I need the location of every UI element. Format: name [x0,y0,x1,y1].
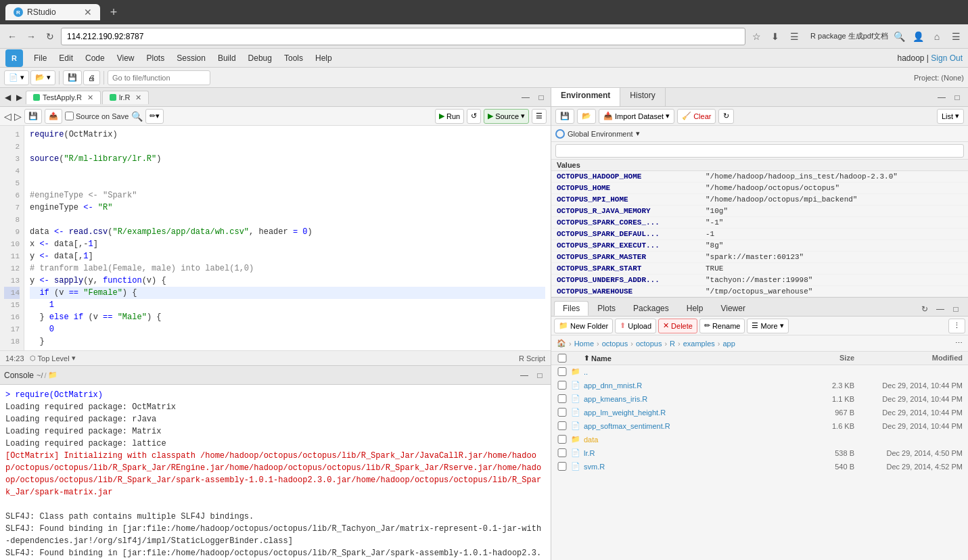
more-button[interactable]: ☰ More▾ [747,319,788,333]
refresh-files-button[interactable]: ↻ [918,302,931,316]
file-name-app-kmeans[interactable]: app_kmeans_iris.R [584,395,800,403]
tab-environment[interactable]: Environment [551,88,620,106]
open-file-button[interactable]: 📂▾ [30,70,55,85]
breadcrumb-more-icon[interactable]: ⋯ [955,339,963,348]
source-on-save-label[interactable]: Source on Save [65,112,129,120]
menu-debug[interactable]: Debug [243,51,277,65]
file-name-parent[interactable]: .. [584,368,800,376]
upload-button[interactable]: ⬆ Upload [615,319,656,333]
delete-button[interactable]: ✕ Delete [658,319,697,333]
file-name-app-lm[interactable]: app_lm_weight_height.R [584,409,800,417]
file-tab-testapply[interactable]: TestApply.R ✕ [26,91,101,104]
list-view-button[interactable]: List▾ [937,109,964,124]
tab-viewer[interactable]: Viewer [712,301,754,316]
menu-code[interactable]: Code [80,51,110,65]
address-input[interactable]: 114.212.190.92:8787 [61,28,745,45]
maximize-files-button[interactable]: □ [949,302,963,316]
global-env-selector[interactable]: Global Environment▾ [555,129,640,139]
menu-file[interactable]: File [28,51,52,65]
file-name-data[interactable]: data [584,436,800,444]
new-tab-button[interactable]: + [106,4,122,20]
maximize-console-button[interactable]: □ [533,369,547,382]
file-check-data[interactable] [557,435,568,444]
more-options-button[interactable]: ☰ [532,109,547,124]
rerun-button[interactable]: ↺ [467,109,481,124]
menu-help[interactable]: Help [310,51,338,65]
go-to-input[interactable] [108,70,210,85]
menu-edit[interactable]: Edit [53,51,78,65]
file-check-app-dnn[interactable] [557,381,568,390]
maximize-editor-button[interactable]: □ [534,91,548,104]
forward-button[interactable]: → [23,28,39,45]
file-name-app-dnn[interactable]: app_dnn_mnist.R [584,381,800,390]
source-on-save-checkbox[interactable] [65,112,74,120]
new-folder-button[interactable]: 📁 New Folder [554,319,613,333]
file-tab-close-testapply[interactable]: ✕ [87,93,93,102]
console-content[interactable]: > require(OctMatrix) Loading required pa… [0,385,551,560]
home-icon[interactable]: ⌂ [929,28,945,45]
refresh-env-button[interactable]: ↻ [718,109,734,124]
file-row-data[interactable]: 📁 data [551,433,968,446]
file-name-app-softmax[interactable]: app_softmax_sentiment.R [584,422,800,430]
search-icon-editor[interactable]: 🔍 [131,111,143,122]
file-row-app-softmax[interactable]: 📄 app_softmax_sentiment.R 1.6 KB Dec 29,… [551,419,968,433]
tab-close-button[interactable]: ✕ [84,7,92,18]
save-button[interactable]: 💾 [63,70,82,85]
home-breadcrumb-icon[interactable]: 🏠 [557,339,566,348]
file-check-svm[interactable] [557,462,568,471]
nav-fwd-icon[interactable]: ▶ [14,93,24,102]
file-tab-lr[interactable]: lr.R ✕ [102,91,149,104]
tab-help[interactable]: Help [678,301,712,316]
breadcrumb-examples[interactable]: examples [683,340,715,348]
breadcrumb-octopus2[interactable]: octopus [636,340,662,348]
tab-packages[interactable]: Packages [624,301,678,316]
minimize-env-button[interactable]: — [935,91,948,104]
file-row-app-lm[interactable]: 📄 app_lm_weight_height.R 967 B Dec 29, 2… [551,406,968,419]
nav-back-icon[interactable]: ◀ [3,93,13,102]
code-tools-button[interactable]: ✏▾ [145,109,164,124]
file-check-lr[interactable] [557,448,568,457]
file-check-parent[interactable] [557,367,568,376]
new-file-button[interactable]: 📄▾ [4,70,29,85]
file-name-svm[interactable]: svm.R [584,463,800,471]
sort-icon[interactable]: ⬆ [584,354,589,362]
menu-session[interactable]: Session [171,51,211,65]
file-check-app-kmeans[interactable] [557,394,568,403]
bookmark-star-icon[interactable]: ☆ [748,28,764,45]
file-row-lr[interactable]: 📄 lr.R 538 B Dec 29, 2014, 4:50 PM [551,446,968,460]
search-icon[interactable]: 🔍 [891,28,907,45]
code-content[interactable]: require(OctMatrix) source("R/ml-library/… [24,126,551,350]
download-icon[interactable]: ⬇ [767,28,783,45]
menu-build[interactable]: Build [212,51,241,65]
publish-button[interactable]: 📤 [45,109,62,124]
menu-tools[interactable]: Tools [279,51,308,65]
env-search-input[interactable] [555,144,964,158]
breadcrumb-home[interactable]: Home [574,340,594,348]
undo-icon[interactable]: ◁ [4,111,11,122]
settings-icon[interactable]: ☰ [786,28,802,45]
import-dataset-button[interactable]: 📥 Import Dataset▾ [599,109,674,124]
breadcrumb-r[interactable]: R [670,340,675,348]
file-tab-close-lr[interactable]: ✕ [135,93,141,102]
file-check-app-softmax[interactable] [557,421,568,430]
minimize-files-button[interactable]: — [934,302,947,316]
code-editor[interactable]: 1 2 3 4 5 6 7 8 9 10 11 12 13 14 [0,126,551,350]
minimize-console-button[interactable]: — [517,369,531,382]
print-button[interactable]: 🖨 [83,70,100,85]
tab-files[interactable]: Files [554,301,589,316]
file-name-lr[interactable]: lr.R [584,449,800,457]
menu-view[interactable]: View [112,51,140,65]
console-path-icon[interactable]: 📁 [48,371,57,379]
load-workspace-button[interactable]: 📂 [577,109,596,124]
save-workspace-button[interactable]: 💾 [555,109,574,124]
sign-out-link[interactable]: Sign Out [931,53,963,63]
select-all-checkbox[interactable] [557,354,568,363]
maximize-env-button[interactable]: □ [950,91,964,104]
minimize-editor-button[interactable]: — [519,91,532,104]
run-button[interactable]: ▶ Run [435,109,464,124]
file-check-app-lm[interactable] [557,408,568,417]
back-button[interactable]: ← [4,28,20,45]
file-row-app-kmeans[interactable]: 📄 app_kmeans_iris.R 1.1 KB Dec 29, 2014,… [551,392,968,406]
rename-button[interactable]: ✏ Rename [699,319,745,333]
menu-plots[interactable]: Plots [141,51,170,65]
